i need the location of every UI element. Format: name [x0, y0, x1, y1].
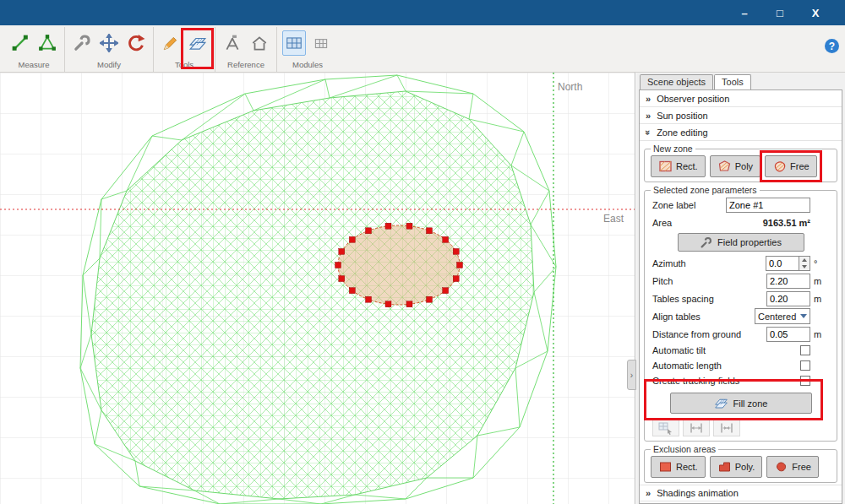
- exclusion-areas-title: Exclusion areas: [651, 444, 718, 454]
- wrench-icon: [73, 34, 91, 52]
- landmark-icon: [223, 34, 242, 52]
- spacing-in-button[interactable]: [713, 420, 740, 436]
- exclusion-poly-icon: [717, 460, 732, 474]
- pitch-input[interactable]: [766, 274, 810, 289]
- right-panel: Scene objects Tools » Observer position …: [636, 73, 845, 504]
- measure-area-button[interactable]: [35, 30, 59, 56]
- section-label: Sun position: [657, 111, 708, 121]
- section-zone-editing[interactable]: » Zone editing: [640, 124, 842, 141]
- exclusion-areas-group: Exclusion areas Rect. Poly. Free: [644, 444, 837, 483]
- distance-from-ground-input[interactable]: [766, 327, 810, 342]
- chevron-right-icon: »: [646, 94, 651, 104]
- align-tables-label: Align tables: [652, 312, 755, 322]
- move-icon: [100, 34, 118, 52]
- azimuth-label: Azimuth: [652, 258, 766, 268]
- pitch-row: Pitch m: [649, 272, 832, 290]
- modules-grid-icon: [285, 34, 303, 52]
- align-tables-select[interactable]: Centered: [755, 308, 810, 324]
- exclusion-poly-button[interactable]: Poly.: [710, 456, 763, 478]
- panel-collapse-handle[interactable]: ›: [627, 360, 636, 390]
- wrench-button[interactable]: [70, 30, 94, 56]
- toolbar: Measure Modify Tools: [0, 25, 845, 73]
- create-tracking-fields-row: Create tracking fields: [649, 373, 832, 388]
- spinner-up-icon[interactable]: [799, 257, 810, 263]
- north-label: North: [558, 81, 582, 93]
- move-button[interactable]: [97, 30, 121, 56]
- minimize-button[interactable]: –: [739, 7, 750, 19]
- titlebar: – □ X: [0, 0, 845, 25]
- toolbar-group-measure: Measure: [3, 27, 64, 72]
- field-properties-button[interactable]: Field properties: [678, 233, 804, 252]
- automatic-tilt-checkbox[interactable]: [800, 345, 810, 355]
- section-label: Observer position: [657, 94, 729, 104]
- tab-scene-objects[interactable]: Scene objects: [640, 74, 713, 89]
- rect-zone-icon: [658, 160, 673, 173]
- panel-tabs: Scene objects Tools: [636, 73, 845, 89]
- create-tracking-fields-label: Create tracking fields: [652, 376, 800, 386]
- measure-area-icon: [38, 34, 57, 52]
- tables-spacing-input[interactable]: [766, 291, 810, 306]
- exclusion-free-icon: [774, 460, 788, 474]
- button-label: Free: [792, 462, 811, 472]
- fill-zone-button[interactable]: Fill zone: [670, 393, 812, 414]
- button-label: Free: [790, 161, 810, 171]
- automatic-length-checkbox[interactable]: [800, 360, 810, 371]
- distance-from-ground-row: Distance from ground m: [649, 325, 832, 343]
- fill-zone-icon: [714, 396, 728, 410]
- rotate-button[interactable]: [124, 30, 148, 56]
- measure-length-icon: [11, 34, 30, 52]
- tables-spacing-unit: m: [810, 294, 831, 304]
- toolbar-group-label: Modules: [292, 60, 323, 69]
- new-zone-poly-button[interactable]: Poly: [710, 155, 760, 177]
- close-button[interactable]: X: [810, 7, 821, 19]
- measure-length-button[interactable]: [8, 30, 32, 56]
- new-zone-free-button[interactable]: Free: [765, 155, 817, 177]
- new-zone-title: New zone: [651, 144, 695, 154]
- spinner-down-icon[interactable]: [799, 263, 810, 270]
- azimuth-row: Azimuth °: [649, 254, 832, 272]
- exclusion-rect-icon: [658, 460, 673, 474]
- zone-label-input[interactable]: [726, 198, 810, 213]
- toolbar-group-tools: Tools: [153, 27, 215, 72]
- pencil-icon: [161, 34, 180, 52]
- azimuth-input[interactable]: [766, 256, 799, 271]
- area-label: Area: [652, 218, 763, 228]
- distance-from-ground-unit: m: [810, 329, 831, 339]
- azimuth-spinner[interactable]: [799, 256, 810, 271]
- free-zone-icon: [772, 160, 787, 173]
- section-shadings-animation[interactable]: » Shadings animation: [640, 485, 842, 501]
- distance-from-ground-label: Distance from ground: [652, 329, 766, 339]
- exclusion-free-button[interactable]: Free: [766, 456, 819, 478]
- edit-table-icon: [658, 421, 673, 435]
- canvas[interactable]: North East: [0, 73, 635, 504]
- toolbar-group-label: Modify: [97, 60, 121, 69]
- section-sun-position[interactable]: » Sun position: [640, 107, 842, 124]
- spacing-out-button[interactable]: [683, 420, 710, 436]
- pitch-label: Pitch: [652, 276, 766, 286]
- section-observer-position[interactable]: » Observer position: [640, 90, 842, 107]
- create-tracking-fields-checkbox[interactable]: [800, 376, 810, 386]
- zone-polygon[interactable]: [338, 225, 460, 305]
- new-zone-rect-button[interactable]: Rect.: [651, 155, 706, 177]
- help-button[interactable]: ?: [825, 39, 839, 53]
- section-label: Zone editing: [657, 127, 708, 138]
- tab-tools[interactable]: Tools: [714, 74, 751, 89]
- table-tools-row: [649, 417, 832, 437]
- area-row: Area 9163.51 m²: [649, 214, 832, 231]
- modules-grid-secondary-button[interactable]: [309, 30, 333, 56]
- fill-zone-tool-icon: [188, 34, 207, 52]
- azimuth-unit: °: [810, 258, 831, 268]
- exclusion-rect-button[interactable]: Rect.: [651, 456, 706, 478]
- modules-grid-button[interactable]: [282, 30, 306, 56]
- modules-grid-secondary-icon: [312, 34, 330, 52]
- east-label: East: [603, 213, 624, 225]
- landmark-button[interactable]: [221, 30, 244, 56]
- house-button[interactable]: [248, 30, 271, 56]
- pencil-button[interactable]: [159, 30, 183, 56]
- pitch-unit: m: [810, 276, 831, 286]
- fill-zone-tool-button[interactable]: [186, 30, 210, 56]
- button-label: Poly.: [735, 462, 755, 472]
- maximize-button[interactable]: □: [774, 7, 786, 19]
- window-controls: – □ X: [739, 0, 821, 25]
- edit-table-button[interactable]: [652, 420, 679, 436]
